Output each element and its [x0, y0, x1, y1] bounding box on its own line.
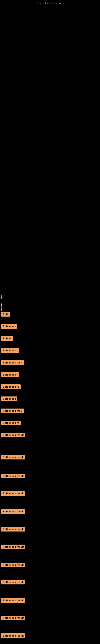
bottleneck-item-19: Bottleneck result [1, 580, 25, 584]
bottleneck-label: Bottleneck r [1, 372, 19, 377]
bottleneck-item-15: Bottleneck result [1, 509, 25, 514]
bottleneck-item-20: Bottleneck result [1, 598, 25, 603]
cursor-indicator [1, 308, 1, 311]
bottleneck-label: Bottleneck resu [1, 360, 24, 365]
bottleneck-label: Bottleneck result [1, 580, 25, 584]
bottleneck-label: Bottleneck re [1, 384, 21, 389]
bottleneck-item-17: Bottleneck result [1, 544, 25, 549]
bottleneck-label: Bottleneck re [1, 420, 21, 425]
bottleneck-item-18: Bottleneck result [1, 563, 25, 567]
bottleneck-label: Bottleneck result [1, 563, 25, 567]
bottleneck-item-12: Bottleneck result [1, 455, 25, 460]
bottleneck-label: Bottleneck result [1, 455, 25, 460]
bottleneck-item-8: Bottleneck [1, 396, 17, 401]
bottleneck-item-14: Bottleneck result [1, 491, 25, 496]
bottleneck-item-7: Bottleneck re [1, 384, 21, 389]
bottleneck-label: Bottl [1, 312, 10, 316]
bottleneck-label: Bottleneck result [1, 527, 25, 532]
bottleneck-item-22: Bottleneck result [1, 633, 25, 638]
bottleneck-item-13: Bottleneck result [1, 474, 25, 478]
bottleneck-item-10: Bottleneck re [1, 420, 21, 425]
bottleneck-item-2: Bottleneck [1, 324, 17, 329]
bottleneck-item-3: Bottlen [1, 336, 13, 341]
bottleneck-label: Bottleneck result [1, 633, 25, 638]
bottleneck-label: Bottleneck result [1, 598, 25, 603]
bottleneck-label: Bottlen [1, 336, 13, 341]
bottleneck-label: Bottleneck result [1, 433, 25, 437]
bottleneck-label: Bottleneck result [1, 509, 25, 514]
bottleneck-label: Bottleneck [1, 396, 17, 401]
bottleneck-item-11: Bottleneck result [1, 433, 25, 437]
bottleneck-label: Bottleneck r [1, 348, 19, 353]
bottleneck-label: Bottleneck result [1, 474, 25, 478]
bottleneck-item-1: Bottl [1, 312, 10, 316]
bottleneck-label: Bottleneck result [1, 544, 25, 549]
bottleneck-item-21: Bottleneck result [1, 616, 25, 620]
bottleneck-label: Bottleneck resu [1, 408, 24, 413]
cursor-indicator [1, 304, 1, 307]
bottleneck-item-9: Bottleneck resu [1, 408, 24, 413]
bottleneck-item-4: Bottleneck r [1, 348, 19, 353]
bottleneck-label: Bottleneck result [1, 616, 25, 620]
bottleneck-item-16: Bottleneck result [1, 527, 25, 532]
bottleneck-label: Bottleneck result [1, 491, 25, 496]
site-title: TheBottlenecker.com [37, 2, 63, 5]
bottleneck-item-6: Bottleneck r [1, 372, 19, 377]
cursor-indicator [1, 296, 1, 299]
bottleneck-item-5: Bottleneck resu [1, 360, 24, 365]
bottleneck-label: Bottleneck [1, 324, 17, 329]
